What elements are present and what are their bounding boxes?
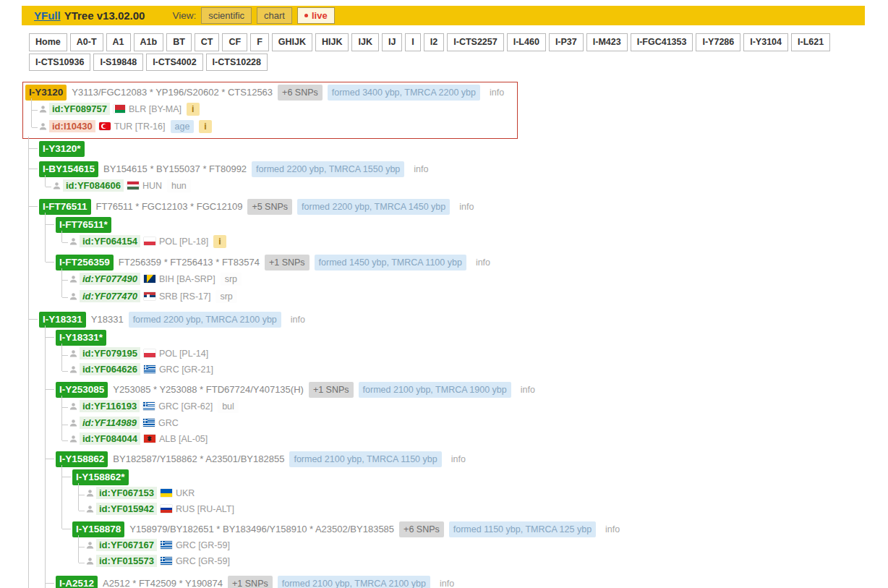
sample-id-link[interactable]: id:I10430: [49, 120, 95, 132]
tab-i-cts2257[interactable]: I-CTS2257: [447, 33, 503, 51]
tab-i[interactable]: I: [405, 33, 420, 51]
yfull-logo-link[interactable]: YFull: [34, 9, 61, 22]
tab-i-cts10228[interactable]: I-CTS10228: [206, 54, 268, 72]
info-i-chip[interactable]: i: [187, 103, 199, 116]
srp-chip[interactable]: srp: [221, 273, 242, 286]
sample-id-link[interactable]: id:YF064154: [80, 235, 140, 247]
clade-node: I-Y253085Y253085 * Y253088 * FTD67724/Y4…: [45, 380, 888, 449]
srp-chip[interactable]: srp: [215, 290, 236, 303]
age-estimate-badge[interactable]: formed 3400 ybp, TMRCA 2200 ybp: [328, 85, 480, 101]
clade-badge[interactable]: I-FT76511*: [56, 217, 111, 233]
sample-id-link[interactable]: id:YF079195: [80, 347, 140, 359]
sample-id-link[interactable]: id:YF064626: [80, 363, 140, 375]
sample-id-link[interactable]: id:YF015573: [96, 555, 157, 567]
tab-ct[interactable]: CT: [195, 33, 220, 51]
clade-node: I-Y158862*id:YF067153UKRid:YF015942RUS […: [61, 467, 888, 519]
clade-badge[interactable]: I-Y18331: [39, 312, 86, 328]
info-link[interactable]: info: [516, 382, 539, 398]
info-link[interactable]: info: [286, 312, 309, 328]
sample-row: id:YF114989GRC: [61, 415, 888, 431]
tab-i-fgc41353[interactable]: I-FGC41353: [631, 33, 693, 51]
sample-geo-label: RUS [RU-ALT]: [176, 504, 234, 514]
tab-i-l460[interactable]: I-L460: [507, 33, 546, 51]
tab-ij[interactable]: IJ: [382, 33, 402, 51]
age-chip[interactable]: age: [171, 120, 195, 133]
more-snps-badge[interactable]: +6 SNPs: [278, 85, 323, 101]
age-estimate-badge[interactable]: formed 2200 ybp, TMRCA 1550 ybp: [252, 161, 404, 177]
age-estimate-badge[interactable]: formed 1450 ybp, TMRCA 1100 ybp: [315, 255, 466, 270]
tab-ijk[interactable]: IJK: [351, 33, 378, 51]
tab-home[interactable]: Home: [29, 33, 67, 51]
sample-row: id:YF015573GRC [GR-59]: [78, 553, 888, 569]
more-snps-badge[interactable]: +1 SNPs: [228, 576, 273, 588]
clade-badge[interactable]: I-A2512: [56, 576, 98, 588]
tab-cf[interactable]: CF: [222, 33, 247, 51]
bul-chip[interactable]: bul: [218, 400, 239, 413]
clade-badge[interactable]: I-Y253085: [56, 382, 108, 398]
tab-i2[interactable]: I2: [424, 33, 444, 51]
phylogenetic-tree: I-Y3120Y3113/FGC12083 * YP196/S20602 * C…: [22, 82, 888, 588]
sample-id-link[interactable]: id:YF089757: [49, 103, 110, 115]
tab-i-y7286[interactable]: I-Y7286: [696, 33, 740, 51]
hun-chip[interactable]: hun: [167, 179, 191, 192]
tab-i-y3104[interactable]: I-Y3104: [743, 33, 788, 51]
clade-badge[interactable]: I-FT256359: [56, 255, 114, 270]
age-estimate-badge[interactable]: formed 2100 ybp, TMRCA 1150 ybp: [289, 451, 441, 467]
clade-badge[interactable]: I-Y158878: [72, 521, 124, 537]
person-icon: [39, 104, 47, 115]
more-snps-badge[interactable]: +6 SNPs: [399, 521, 444, 537]
tab-ghijk[interactable]: GHIJK: [272, 33, 312, 51]
more-snps-badge[interactable]: +1 SNPs: [309, 382, 354, 398]
sample-id-link[interactable]: id:YF067167: [96, 539, 157, 551]
info-link[interactable]: info: [435, 576, 458, 588]
info-link[interactable]: info: [471, 255, 495, 270]
age-estimate-badge[interactable]: formed 2100 ybp, TMRCA 1900 ybp: [359, 382, 511, 398]
clade-badge[interactable]: I-Y158862: [56, 451, 108, 467]
info-link[interactable]: info: [409, 161, 432, 177]
sample-id-link[interactable]: id:YF067153: [96, 487, 157, 499]
tab-i-cts4002[interactable]: I-CTS4002: [146, 54, 202, 72]
clade-badge[interactable]: I-BY154615: [39, 161, 98, 177]
clade-node: I-Y18331Y18331formed 2200 ybp, TMRCA 210…: [28, 310, 888, 588]
age-estimate-badge[interactable]: formed 1150 ybp, TMRCA 125 ybp: [449, 521, 596, 537]
tab-hijk[interactable]: HIJK: [315, 33, 349, 51]
tab-a0-t[interactable]: A0-T: [70, 33, 103, 51]
info-i-chip[interactable]: i: [213, 235, 226, 248]
tab-bt[interactable]: BT: [166, 33, 192, 51]
age-estimate-badge[interactable]: formed 2200 ybp, TMRCA 1450 ybp: [297, 199, 450, 215]
sample-id-link[interactable]: id:YF077490: [80, 273, 140, 285]
tab-a1b[interactable]: A1b: [134, 33, 164, 51]
more-snps-badge[interactable]: +5 SNPs: [247, 199, 292, 215]
sample-id-link[interactable]: id:YF116193: [80, 400, 140, 412]
info-link[interactable]: info: [601, 521, 624, 537]
clade-badge[interactable]: I-FT76511: [39, 199, 91, 215]
info-link[interactable]: info: [455, 199, 478, 215]
sample-id-link[interactable]: id:YF077470: [80, 290, 140, 302]
branch-list: id:YF064154POL [PL-18]i: [61, 233, 888, 250]
tab-f[interactable]: F: [250, 33, 269, 51]
info-link[interactable]: info: [485, 85, 508, 101]
sample-id-link[interactable]: id:YF084044: [80, 433, 140, 445]
view-chart-button[interactable]: chart: [257, 7, 292, 24]
blr-flag-icon: [114, 105, 125, 113]
sample-id-link[interactable]: id:YF114989: [80, 417, 140, 429]
info-i-chip[interactable]: i: [199, 120, 211, 133]
sample-id-link[interactable]: id:YF015942: [96, 503, 157, 515]
tab-i-s19848[interactable]: I-S19848: [93, 54, 143, 72]
clade-badge[interactable]: I-Y18331*: [56, 330, 106, 346]
clade-badge[interactable]: I-Y158862*: [72, 469, 129, 485]
clade-badge[interactable]: I-Y3120*: [39, 141, 85, 157]
live-button[interactable]: live: [297, 7, 335, 24]
person-icon: [69, 291, 77, 302]
sample-id-link[interactable]: id:YF084606: [63, 179, 124, 192]
age-estimate-badge[interactable]: formed 2100 ybp, TMRCA 2100 ybp: [278, 576, 430, 588]
tab-i-cts10936[interactable]: I-CTS10936: [29, 54, 90, 72]
more-snps-badge[interactable]: +1 SNPs: [265, 255, 309, 270]
tab-i-p37[interactable]: I-P37: [549, 33, 584, 51]
tab-i-m423[interactable]: I-M423: [586, 33, 628, 51]
view-scientific-button[interactable]: scientific: [201, 7, 252, 24]
age-estimate-badge[interactable]: formed 2200 ybp, TMRCA 2100 ybp: [129, 312, 281, 328]
tab-i-l621[interactable]: I-L621: [791, 33, 830, 51]
info-link[interactable]: info: [447, 451, 470, 467]
tab-a1[interactable]: A1: [106, 33, 131, 51]
